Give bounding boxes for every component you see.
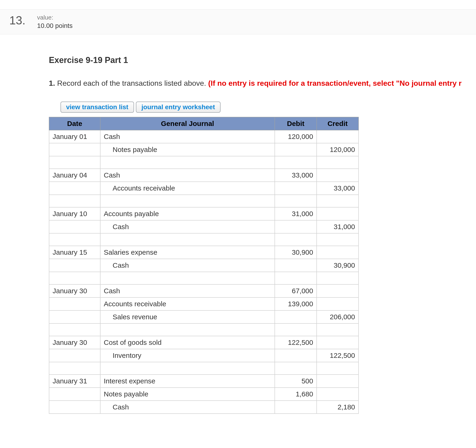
cell-account[interactable]: Cash	[100, 130, 275, 143]
cell-debit[interactable]: 1,680	[275, 387, 317, 401]
question-meta: value: 10.00 points	[37, 14, 73, 30]
cell-debit[interactable]: 67,000	[275, 284, 317, 297]
cell-debit[interactable]	[275, 156, 317, 169]
points-value: 10.00 points	[37, 22, 73, 30]
cell-date[interactable]	[49, 297, 100, 310]
cell-credit[interactable]	[317, 323, 358, 336]
cell-date[interactable]	[49, 195, 100, 207]
cell-account[interactable]: Cash	[100, 284, 275, 297]
cell-date[interactable]	[49, 272, 100, 284]
cell-credit[interactable]: 31,000	[317, 220, 358, 233]
cell-debit[interactable]: 500	[275, 375, 317, 387]
cell-debit[interactable]: 139,000	[275, 297, 317, 310]
cell-account[interactable]	[100, 233, 275, 246]
cell-debit[interactable]	[275, 310, 317, 323]
journal-entry-worksheet-button[interactable]: journal entry worksheet	[136, 102, 221, 113]
cell-date[interactable]	[49, 310, 100, 323]
cell-credit[interactable]: 120,000	[317, 143, 358, 156]
cell-date[interactable]	[49, 259, 100, 272]
cell-debit[interactable]	[275, 220, 317, 233]
cell-credit[interactable]	[317, 169, 358, 182]
cell-credit[interactable]	[317, 336, 358, 349]
cell-date[interactable]: January 15	[49, 246, 100, 259]
cell-debit[interactable]	[275, 401, 317, 414]
cell-credit[interactable]	[317, 246, 358, 259]
cell-account[interactable]	[100, 362, 275, 375]
cell-credit[interactable]: 30,900	[317, 259, 358, 272]
instruction-number: 1.	[49, 79, 55, 87]
cell-date[interactable]	[49, 233, 100, 246]
cell-date[interactable]: January 04	[49, 169, 100, 182]
cell-account[interactable]	[100, 195, 275, 207]
cell-debit[interactable]	[275, 143, 317, 156]
cell-debit[interactable]	[275, 233, 317, 246]
cell-account[interactable]: Salaries expense	[100, 246, 275, 259]
cell-date[interactable]	[49, 182, 100, 195]
col-journal: General Journal	[100, 117, 275, 130]
cell-credit[interactable]: 2,180	[317, 401, 358, 414]
cell-credit[interactable]	[317, 156, 358, 169]
cell-date[interactable]	[49, 387, 100, 401]
page: 13. value: 10.00 points Exercise 9-19 Pa…	[0, 0, 476, 448]
cell-debit[interactable]: 30,900	[275, 246, 317, 259]
cell-date[interactable]: January 30	[49, 284, 100, 297]
cell-credit[interactable]: 33,000	[317, 182, 358, 195]
cell-debit[interactable]	[275, 349, 317, 362]
cell-date[interactable]: January 31	[49, 375, 100, 387]
cell-account[interactable]	[100, 156, 275, 169]
instruction-text: Record each of the transactions listed a…	[55, 79, 208, 87]
cell-date[interactable]	[49, 401, 100, 414]
cell-date[interactable]: January 01	[49, 130, 100, 143]
cell-credit[interactable]	[317, 284, 358, 297]
cell-account[interactable]: Cash	[100, 169, 275, 182]
cell-date[interactable]: January 30	[49, 336, 100, 349]
cell-account[interactable]: Accounts receivable	[100, 297, 275, 310]
cell-credit[interactable]	[317, 387, 358, 401]
cell-debit[interactable]: 122,500	[275, 336, 317, 349]
cell-date[interactable]	[49, 323, 100, 336]
cell-account[interactable]: Cost of goods sold	[100, 336, 275, 349]
cell-debit[interactable]	[275, 323, 317, 336]
cell-account[interactable]	[100, 272, 275, 284]
cell-credit[interactable]	[317, 130, 358, 143]
cell-date[interactable]: January 10	[49, 207, 100, 220]
cell-debit[interactable]	[275, 195, 317, 207]
table-row	[49, 362, 358, 375]
cell-credit[interactable]	[317, 362, 358, 375]
cell-account[interactable]: Interest expense	[100, 375, 275, 387]
instruction-warning: (If no entry is required for a transacti…	[208, 79, 462, 87]
cell-date[interactable]	[49, 220, 100, 233]
cell-credit[interactable]	[317, 375, 358, 387]
cell-debit[interactable]	[275, 362, 317, 375]
cell-debit[interactable]	[275, 272, 317, 284]
cell-account[interactable]: Cash	[100, 220, 275, 233]
cell-account[interactable]: Cash	[100, 259, 275, 272]
cell-debit[interactable]: 31,000	[275, 207, 317, 220]
cell-account[interactable]: Accounts payable	[100, 207, 275, 220]
cell-date[interactable]	[49, 143, 100, 156]
cell-account[interactable]: Accounts receivable	[100, 182, 275, 195]
cell-debit[interactable]	[275, 259, 317, 272]
cell-debit[interactable]: 33,000	[275, 169, 317, 182]
cell-credit[interactable]: 122,500	[317, 349, 358, 362]
cell-credit[interactable]: 206,000	[317, 310, 358, 323]
cell-credit[interactable]	[317, 297, 358, 310]
cell-account[interactable]: Cash	[100, 401, 275, 414]
cell-date[interactable]	[49, 156, 100, 169]
cell-account[interactable]: Notes payable	[100, 143, 275, 156]
cell-account[interactable]: Notes payable	[100, 387, 275, 401]
cell-credit[interactable]	[317, 207, 358, 220]
cell-account[interactable]: Sales revenue	[100, 310, 275, 323]
cell-date[interactable]	[49, 362, 100, 375]
cell-debit[interactable]	[275, 182, 317, 195]
question-number: 13.	[9, 14, 26, 26]
cell-credit[interactable]	[317, 272, 358, 284]
cell-account[interactable]	[100, 323, 275, 336]
cell-debit[interactable]: 120,000	[275, 130, 317, 143]
cell-account[interactable]: Inventory	[100, 349, 275, 362]
cell-credit[interactable]	[317, 195, 358, 207]
view-transaction-list-button[interactable]: view transaction list	[61, 102, 134, 113]
cell-date[interactable]	[49, 349, 100, 362]
table-row: January 31Interest expense500	[49, 375, 358, 387]
cell-credit[interactable]	[317, 233, 358, 246]
